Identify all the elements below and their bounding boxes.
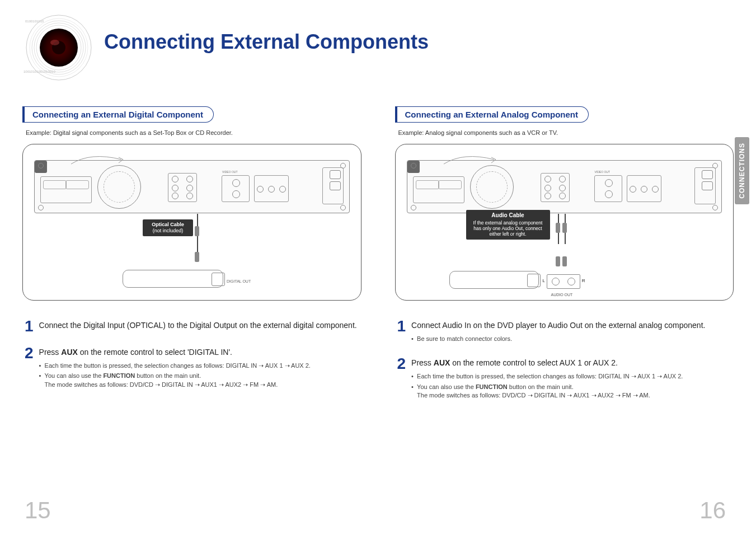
text: You can also use the [417,383,476,390]
rear-panel [34,160,350,213]
rca-plug-icon [562,223,567,233]
page-header: 0100101010 10010101001010010 Connecting … [22,11,734,84]
antenna-terminals-icon [694,167,716,204]
text: button on the main unit. [508,383,574,390]
callout-line2: (not included) [153,228,184,233]
step-number: 1 [25,318,34,334]
antenna-terminals-icon [322,167,344,204]
svg-text:10010101001010010: 10010101001010010 [24,70,55,73]
text: Press [411,358,434,367]
bullet: Each time the button is pressed, the sel… [411,372,683,381]
callout-body: If the external analog component has onl… [473,220,543,237]
video-out-icon [594,175,622,202]
subheading-digital: Connecting an External Digital Component [22,106,214,123]
step-2-text: Press AUX on the remote control to selec… [411,358,618,367]
step-number: 2 [397,356,406,372]
rear-panel [407,160,722,213]
step-2: 2 Press AUX on the remote control to sel… [25,346,361,391]
rca-plug-icon [556,256,560,266]
speaker-terminals-icon [413,176,464,203]
bold-text: FUNCTION [103,372,135,379]
step-2-text: Press AUX on the remote control to selec… [39,348,232,357]
external-component-icon [449,271,539,289]
callout-title: Audio Cable [471,212,546,219]
diagram-analog: Audio Cable If the external analog compo… [395,144,734,301]
bullet: You can also use the FUNCTION button on … [411,383,683,400]
callout-line1: Optical Cable [152,222,184,227]
external-component-icon [123,270,223,288]
column-analog: Connecting an External Analog Component … [395,106,734,414]
optical-plug-icon [195,252,199,262]
bullet: You can also use the FUNCTION button on … [39,372,311,389]
bullet: Be sure to match connector colors. [411,335,705,343]
optical-plug-icon [195,226,199,236]
step-1-text: Connect Audio In on the DVD player to Au… [411,321,705,330]
callout-optical-cable: Optical Cable (not included) [143,219,193,236]
external-port-label: AUDIO OUT [551,293,573,297]
svg-text:0100101010: 0100101010 [25,20,44,23]
example-text-digital: Example: Digital signal components such … [26,129,361,136]
component-out-icon [254,175,289,202]
bullet: Each time the button is pressed, the sel… [39,362,311,370]
aux-jacks-icon [541,173,570,202]
step-number: 2 [25,345,34,361]
page-number-left: 15 [25,497,51,524]
svg-point-7 [50,40,59,45]
text: The mode switches as follows: DVD/CD ➝ D… [417,392,650,399]
manual-spread: 0100101010 10010101001010010 Connecting … [0,0,756,534]
steps-analog: 1 Connect Audio In on the DVD player to … [395,320,734,402]
bold-text: AUX [434,358,450,367]
speaker-icon: 0100101010 10010101001010010 [22,11,95,84]
step-number: 1 [397,318,406,334]
text: on the remote control to select AUX 1 or… [450,358,618,367]
column-digital: Connecting an External Digital Component… [22,106,361,414]
video-out-icon [222,175,250,202]
text: Press [39,348,62,357]
rca-plug-icon [562,256,567,266]
content-columns: Connecting an External Digital Component… [22,106,734,414]
section-tab-connections: CONNECTIONS [735,137,749,204]
text: You can also use the [45,372,104,379]
bold-text: AUX [61,348,78,357]
text: on the remote control to select 'DIGITAL… [78,348,232,357]
audio-out-jacks-icon [547,274,580,289]
rca-plug-icon [556,223,560,233]
aux-jacks-icon [168,173,197,202]
text: The mode switches as follows: DVD/CD ➝ D… [45,381,278,388]
steps-digital: 1 Connect the Digital Input (OPTICAL) to… [22,320,361,391]
external-port-label: DIGITAL OUT [227,279,251,283]
example-text-analog: Example: Analog signal components such a… [398,129,734,136]
step-1-text: Connect the Digital Input (OPTICAL) to t… [39,321,357,330]
step-1: 1 Connect the Digital Input (OPTICAL) to… [25,320,361,334]
subheading-analog: Connecting an External Analog Component [395,106,589,123]
step-1: 1 Connect Audio In on the DVD player to … [397,320,734,345]
speaker-terminals-icon [40,176,92,203]
step-2: 2 Press AUX on the remote control to sel… [397,357,734,401]
bold-text: FUNCTION [476,383,508,390]
page-title: Connecting External Components [104,30,429,54]
callout-audio-cable: Audio Cable If the external analog compo… [466,210,550,240]
section-tab-label: CONNECTIONS [738,143,746,199]
component-out-icon [627,175,661,202]
page-number-right: 16 [699,497,726,524]
diagram-digital: Optical Cable (not included) DIGITAL OUT [22,144,361,301]
text: button on the main unit. [135,372,201,379]
